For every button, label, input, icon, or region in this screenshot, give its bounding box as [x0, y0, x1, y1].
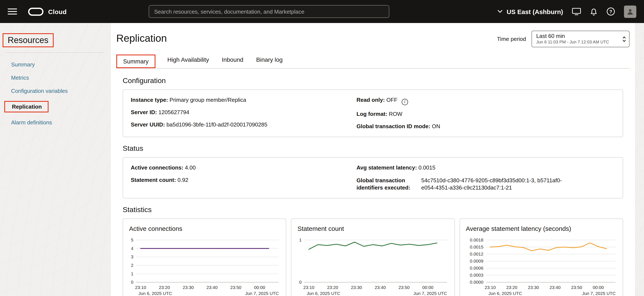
svg-text:Jun 7, 2025 UTC: Jun 7, 2025 UTC	[582, 291, 616, 296]
svg-text:23:20: 23:20	[159, 285, 170, 290]
svg-text:00:00: 00:00	[254, 285, 265, 290]
svg-text:0.0009: 0.0009	[470, 258, 483, 263]
svg-text:?: ?	[609, 9, 612, 14]
field-value: ROW	[389, 110, 402, 117]
help-icon[interactable]: ?	[606, 7, 615, 16]
svg-text:0: 0	[299, 280, 302, 284]
svg-text:Jun 7, 2025 UTC: Jun 7, 2025 UTC	[245, 291, 278, 296]
field-value: 54c7510d-c380-4776-9205-c89bf3d35d00:1-3…	[421, 176, 568, 191]
configuration-heading: Configuration	[123, 77, 623, 85]
statistics-charts: Active connections 54321023:1023:2023:30…	[123, 218, 623, 296]
svg-text:0.0006: 0.0006	[470, 265, 483, 270]
user-avatar[interactable]	[624, 5, 636, 18]
time-period-control: Time period Last 60 min Jun 6 11:03 PM -…	[497, 31, 630, 47]
hamburger-menu-icon[interactable]	[8, 8, 17, 14]
title-row: Replication Time period Last 60 min Jun …	[116, 31, 630, 47]
chart-card-statement-count: Statement count 1023:1023:2023:3023:4023…	[291, 218, 455, 296]
svg-text:23:10: 23:10	[484, 285, 496, 290]
chart-title: Average statement latency (seconds)	[466, 225, 617, 232]
svg-text:5: 5	[131, 237, 134, 242]
field-value: 0.92	[178, 176, 188, 183]
configuration-card: Instance type: Primary group member/Repl…	[123, 90, 623, 137]
page: Cloud US East (Ashburn)	[0, 0, 644, 296]
line-chart-active-connections: 54321023:1023:2023:3023:4023:5000:00Jun …	[129, 236, 280, 296]
field-label: Statement count:	[131, 176, 176, 183]
tab-high-availability[interactable]: High Availability	[166, 53, 210, 68]
svg-text:00:00: 00:00	[422, 285, 434, 290]
config-field-server-id: Server ID: 1205627794	[131, 109, 356, 116]
search-input[interactable]	[149, 5, 389, 18]
region-label: US East (Ashburn)	[507, 8, 563, 15]
svg-text:23:50: 23:50	[230, 285, 241, 290]
svg-text:23:40: 23:40	[206, 285, 218, 290]
tab-summary[interactable]: Summary	[116, 54, 156, 68]
sidebar-title: Resources	[8, 35, 48, 45]
statistics-heading: Statistics	[123, 206, 623, 214]
chart-card-avg-statement-latency: Average statement latency (seconds) 0.00…	[459, 218, 623, 296]
info-icon[interactable]	[402, 98, 408, 105]
sidebar-item-alarm-definitions[interactable]: Alarm definitions	[6, 116, 111, 129]
svg-text:Jun 7, 2025 UTC: Jun 7, 2025 UTC	[414, 291, 447, 296]
chart-title: Active connections	[129, 225, 280, 232]
svg-text:2: 2	[131, 262, 134, 268]
sidebar-item-configuration-variables[interactable]: Configuration variables	[6, 84, 111, 98]
time-period-select[interactable]: Last 60 min Jun 6 11:03 PM - Jun 7 12:03…	[532, 31, 630, 47]
time-period-range: Jun 6 11:03 PM - Jun 7 12:03 AM UTC	[536, 40, 618, 45]
field-value: 1205627794	[158, 109, 189, 116]
console-monitor-icon[interactable]	[572, 8, 581, 15]
field-value: 4.00	[185, 164, 196, 170]
status-field-active-connections: Active connections: 4.00	[131, 164, 356, 171]
page-title: Replication	[116, 31, 167, 44]
field-value: ba5d1096-3bfe-11f0-ad2f-020017090285	[166, 122, 268, 128]
chevron-down-icon	[498, 10, 503, 13]
svg-text:23:30: 23:30	[528, 285, 539, 290]
svg-text:23:50: 23:50	[399, 285, 410, 290]
top-right-controls: US East (Ashburn) ?	[498, 5, 636, 18]
field-value: Primary group member/Replica	[170, 97, 246, 103]
svg-text:Jun 6, 2025 UTC: Jun 6, 2025 UTC	[488, 291, 522, 296]
tab-bar: Summary High Availability Inbound Binary…	[116, 53, 630, 68]
svg-text:23:40: 23:40	[550, 285, 560, 290]
line-chart-avg-statement-latency: 0.00180.00150.00120.00090.00060.00030.00…	[466, 236, 617, 296]
sidebar-item-summary[interactable]: Summary	[6, 58, 111, 71]
svg-text:23:30: 23:30	[351, 285, 362, 290]
chart-card-active-connections: Active connections 54321023:1023:2023:30…	[123, 218, 286, 296]
person-icon	[626, 8, 634, 15]
region-selector[interactable]: US East (Ashburn)	[498, 8, 563, 15]
tab-content: Configuration Instance type: Primary gro…	[116, 68, 630, 296]
tab-inbound[interactable]: Inbound	[221, 53, 244, 68]
brand: Cloud	[28, 8, 67, 16]
global-search	[149, 5, 389, 18]
sidebar-item-metrics[interactable]: Metrics	[6, 71, 111, 84]
svg-text:Jun 6, 2025 UTC: Jun 6, 2025 UTC	[138, 291, 172, 296]
status-field-gtid-executed: Global transaction identifiers executed:…	[356, 176, 615, 191]
stepper-icon	[622, 36, 626, 42]
sidebar-divider	[6, 52, 104, 53]
svg-text:1: 1	[131, 271, 134, 276]
svg-text:23:10: 23:10	[135, 285, 146, 290]
field-label: Global transaction identifiers executed:	[356, 176, 421, 191]
status-card: Active connections: 4.00 Statement count…	[123, 157, 623, 198]
sidebar-item-replication[interactable]: Replication	[6, 98, 111, 116]
line-chart-statement-count: 1023:1023:2023:3023:4023:5000:00Jun 6, 2…	[298, 236, 448, 296]
field-label: Log format:	[356, 110, 387, 117]
status-heading: Status	[123, 144, 623, 153]
field-label: Server ID:	[131, 109, 157, 116]
config-field-gtid-mode: Global transaction ID mode: ON	[356, 123, 615, 130]
svg-text:0: 0	[131, 280, 134, 284]
svg-text:0.0003: 0.0003	[470, 272, 483, 277]
tab-binary-log[interactable]: Binary log	[255, 53, 284, 68]
svg-text:0.0012: 0.0012	[470, 251, 483, 256]
svg-text:0.0000: 0.0000	[470, 280, 483, 284]
chart-title: Statement count	[298, 225, 448, 232]
field-value: ON	[432, 123, 440, 129]
sidebar: Resources Summary Metrics Configuration …	[0, 23, 111, 296]
svg-text:23:40: 23:40	[375, 285, 386, 290]
svg-text:0.0015: 0.0015	[470, 244, 483, 249]
notifications-bell-icon[interactable]	[590, 8, 598, 16]
svg-text:Jun 6, 2025 UTC: Jun 6, 2025 UTC	[307, 291, 340, 296]
field-label: Read only:	[356, 97, 385, 103]
svg-text:23:20: 23:20	[506, 285, 517, 290]
main-area: Replication Time period Last 60 min Jun …	[111, 23, 635, 289]
field-label: Avg statement latency:	[356, 164, 417, 170]
